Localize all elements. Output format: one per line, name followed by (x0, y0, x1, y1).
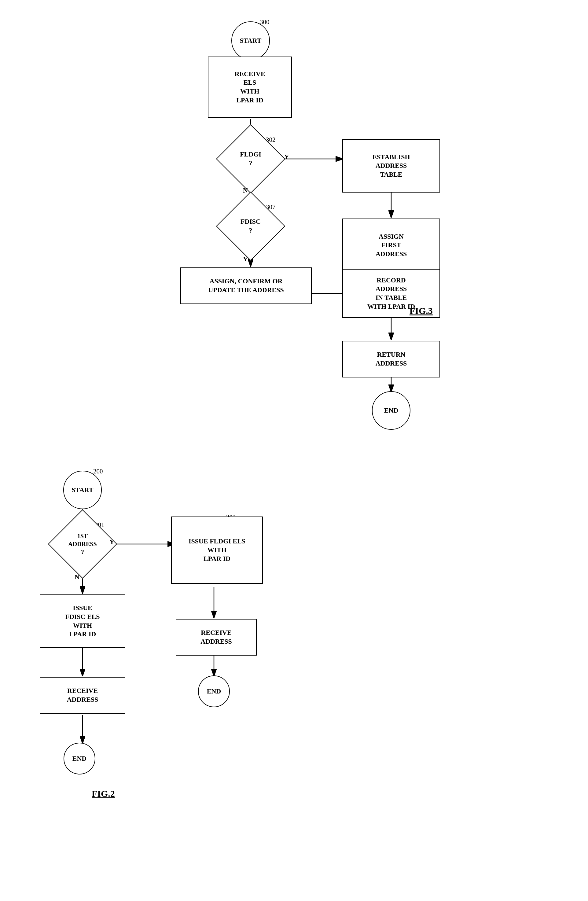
fig2-n201-n-label: N (75, 573, 80, 581)
fig3-label: FIG.3 (410, 306, 433, 316)
fig2-n202-label: ISSUE FLDGI ELS WITH LPAR ID (189, 537, 245, 563)
fig2-end1-node: END (198, 675, 230, 707)
fig3-end-label: END (384, 406, 398, 415)
fig2-n205-node: RECEIVE ADDRESS (40, 677, 125, 714)
fig2-n201-label-container: 1ST ADDRESS ? (58, 519, 107, 569)
fig3-n307-label: FDISC ? (240, 217, 261, 235)
fig2-n203-node: RECEIVE ADDRESS (176, 619, 257, 656)
fig2-n203-label: RECEIVE ADDRESS (201, 628, 232, 646)
fig3-n301-label: RECEIVE ELS WITH LPAR ID (234, 70, 265, 104)
fig2-end2-label: END (72, 754, 86, 763)
fig3-n308-label: ASSIGN, CONFIRM OR UPDATE THE ADDRESS (208, 277, 284, 294)
fig3-n301-node: RECEIVE ELS WITH LPAR ID (208, 56, 292, 118)
fig2-n204-node: ISSUE FDISC ELS WITH LPAR ID (40, 594, 125, 648)
fig3-end-node: END (372, 391, 410, 430)
fig3-n304-label: ASSIGN FIRST ADDRESS (376, 232, 407, 259)
fig3-n307-y-label: Y (243, 255, 248, 263)
fig3-n305-label: RECORD ADDRESS IN TABLE WITH LPAR ID (367, 276, 415, 311)
fig2-n205-label: RECEIVE ADDRESS (67, 686, 98, 704)
fig2-start-label: START (72, 486, 94, 494)
fig2-n201-y-label: Y (109, 538, 114, 546)
fig2-label: FIG.2 (92, 789, 115, 799)
fig3-n302-label: FLDGI ? (240, 150, 261, 167)
fig3-n308-node: ASSIGN, CONFIRM OR UPDATE THE ADDRESS (180, 267, 312, 304)
diagram-container: 300 — START 301 RECEIVE ELS WITH LPAR ID… (0, 0, 588, 901)
fig3-n306-node: RETURN ADDRESS (342, 341, 440, 377)
fig3-n303-label: ESTABLISH ADDRESS TABLE (372, 153, 410, 179)
fig2-n201-label: 1ST ADDRESS ? (68, 532, 97, 556)
fig3-n303-node: ESTABLISH ADDRESS TABLE (342, 139, 440, 193)
fig2-end2-node: END (64, 743, 95, 775)
fig3-n304-node: ASSIGN FIRST ADDRESS (342, 218, 440, 272)
fig2-n204-label: ISSUE FDISC ELS WITH LPAR ID (65, 603, 100, 639)
fig3-n302-label-container: FLDGI ? (226, 134, 275, 183)
fig3-start-label: START (240, 36, 262, 45)
fig3-n302-n-label: N (243, 186, 248, 194)
fig2-start-node: START (63, 471, 102, 509)
fig2-n202-node: ISSUE FLDGI ELS WITH LPAR ID (171, 516, 263, 584)
fig2-end1-label: END (207, 687, 221, 696)
fig3-start-node: START (231, 22, 270, 60)
fig3-n302-y-label: Y (284, 153, 289, 161)
label-200: 200 (93, 468, 103, 475)
fig3-n306-label: RETURN ADDRESS (376, 350, 407, 368)
fig3-n307-label-container: FDISC ? (226, 202, 275, 251)
